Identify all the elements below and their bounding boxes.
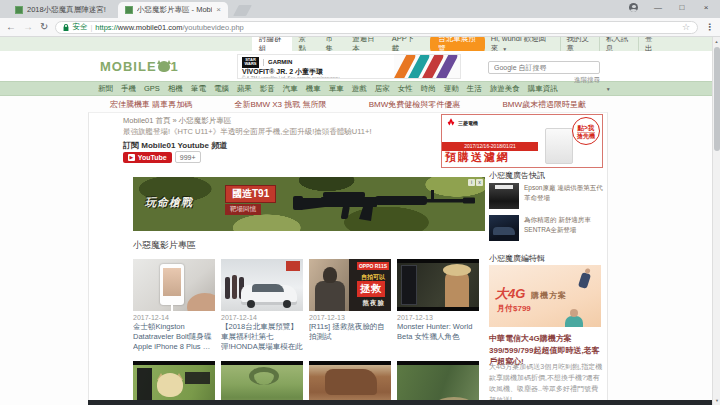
profile-icon[interactable] <box>629 3 638 12</box>
ad-close-icon[interactable]: x <box>476 179 483 186</box>
utility-link-japan[interactable]: 遊遍日本 <box>345 37 385 51</box>
bookmark-star-icon[interactable]: ☆ <box>682 22 690 32</box>
new-tab-button[interactable] <box>233 5 252 16</box>
nav-item-car-info[interactable]: 購車資訊 <box>528 84 558 94</box>
nav-item-pc[interactable]: 電腦 <box>214 84 229 94</box>
nav-item-home[interactable]: 居家 <box>375 84 390 94</box>
video-grid-row1: 2017-12-14 金士頓Kingston Datatraveler Bolt… <box>133 259 479 351</box>
chevron-down-icon[interactable]: ▼ <box>606 86 611 92</box>
nav-item-news[interactable]: 新聞 <box>98 84 113 94</box>
video-card[interactable] <box>309 361 391 405</box>
promo-headline-link[interactable]: 最強旗艦登場!《HTC U11+》半透明全面屏手機,全面升級!搶頭香體驗U11+… <box>123 127 437 137</box>
ad-price-text: 月付$799 <box>497 303 531 314</box>
video-card[interactable] <box>397 361 479 405</box>
scroll-up-icon[interactable]: ▲ <box>713 37 720 46</box>
tab-video-zone[interactable]: 小惡魔影片專區 - Mobi × <box>118 2 228 18</box>
nav-item-sport[interactable]: 運動 <box>444 84 459 94</box>
nav-item-car[interactable]: 汽車 <box>283 84 298 94</box>
text-ad-link[interactable]: 宏佳騰機車 購車再加碼 <box>110 99 192 110</box>
text-ad-link[interactable]: BMW免費健檢與零件優惠 <box>369 99 461 110</box>
video-thumbnail-forest[interactable] <box>221 361 303 405</box>
utility-link-market[interactable]: 市集 <box>318 37 345 51</box>
tab-title: 2018小惡魔真層陣迷宮! <box>27 5 111 15</box>
garmin-banner-ad[interactable]: STAR WARS GARMIN VÍVOFIT® JR. 2 小童手環 © &… <box>237 54 461 79</box>
video-title[interactable]: [R11s] 拯救熬夜臉的自拍測試 <box>309 322 391 342</box>
utility-link-forums[interactable]: 討論群組 <box>252 37 292 51</box>
nav-item-camera[interactable]: 相機 <box>168 84 183 94</box>
utility-link-spots[interactable]: 景點 <box>292 37 319 51</box>
nav-item-apple[interactable]: 蘋果 <box>237 84 252 94</box>
tab-maze-thread[interactable]: 2018小惡魔真層陣迷宮! <box>8 2 118 18</box>
video-card[interactable] <box>133 361 215 405</box>
special-feature-title: 小惡魔廣編特輯 <box>489 253 545 264</box>
car-image <box>489 215 519 241</box>
tab-close-icon[interactable]: × <box>216 6 221 14</box>
nav-item-fashion[interactable]: 時尚 <box>421 84 436 94</box>
text-ad-link[interactable]: 全新BMW X3 挑戰 無所限 <box>234 99 326 110</box>
promo-headline: 預購送濾網 <box>445 150 510 165</box>
video-title[interactable]: 【2018台北車展預覽】車展福利社第七彈!HONDA展場車模在此 <box>221 322 303 351</box>
page-viewport: 討論群組 景點 市集 遊遍日本 APP下載 台北車展預覽 Hi, wundi 歡… <box>0 37 720 405</box>
video-thumbnail-iphone[interactable] <box>133 259 215 311</box>
overlay-text: 熬夜臉 <box>363 299 386 308</box>
chrome-menu-icon[interactable]: ⋮ <box>705 22 714 32</box>
nav-item-av[interactable]: 影音 <box>260 84 275 94</box>
browser-titlebar: 2018小惡魔真層陣迷宮! 小惡魔影片專區 - Mobi × — □ × <box>0 0 720 18</box>
video-thumbnail-monster-hunter[interactable] <box>397 259 479 311</box>
video-thumbnail-palico-cat[interactable] <box>133 361 215 405</box>
youtube-subscribe-button[interactable]: ▶YouTube <box>123 152 172 163</box>
advanced-search-link[interactable]: 進階搜尋 <box>488 76 600 85</box>
nav-item-phone[interactable]: 手機 <box>121 84 136 94</box>
video-thumbnail-oppo-selfie[interactable]: OPPO R11S 自拍可以 拯救 熬夜臉 <box>309 259 391 311</box>
video-title[interactable]: 金士頓Kingston Datatraveler Bolt隨身碟Apple iP… <box>133 322 215 351</box>
video-card[interactable]: 2017-12-13 Monster Hunter: World Beta 女性… <box>397 259 479 351</box>
breadcrumb[interactable]: Mobile01 首頁 » 小惡魔影片專區 <box>123 116 231 126</box>
video-card[interactable]: OPPO R11S 自拍可以 拯救 熬夜臉 2017-12-13 [R11s] … <box>309 259 391 351</box>
video-thumbnail-honda[interactable] <box>221 259 303 311</box>
forward-icon[interactable]: → <box>23 22 33 32</box>
reload-icon[interactable]: ↻ <box>40 22 48 32</box>
tab-strip: 2018小惡魔真層陣迷宮! 小惡魔影片專區 - Mobi × <box>0 0 720 18</box>
video-card[interactable]: 2017-12-14 【2018台北車展預覽】車展福利社第七彈!HONDA展場車… <box>221 259 303 351</box>
jumping-man-image <box>578 272 591 289</box>
nav-item-game[interactable]: 遊戲 <box>352 84 367 94</box>
mobile01-logo[interactable]: MOBILE 1 <box>100 59 179 74</box>
rifle-image <box>291 183 477 225</box>
video-title[interactable]: Monster Hunter: World Beta 女性獵人角色 <box>397 322 479 342</box>
nav-item-bicycle[interactable]: 單車 <box>329 84 344 94</box>
video-card[interactable]: 2017-12-14 金士頓Kingston Datatraveler Bolt… <box>133 259 215 351</box>
cht-4g-ad-image[interactable]: 大4G 購機方案 月付$799 <box>489 265 601 327</box>
text-ad-link[interactable]: BMW歲末禮遇限時呈獻 <box>502 99 586 110</box>
nav-item-gps[interactable]: GPS <box>144 84 160 93</box>
mitsubishi-ad[interactable]: 三菱電機 2017/12/16-2018/01/21 預購送濾網 點>我 搶先機 <box>441 114 603 168</box>
ad-info-icon[interactable]: i <box>468 179 475 186</box>
nav-item-women[interactable]: 女性 <box>398 84 413 94</box>
maximize-button[interactable]: □ <box>670 0 694 15</box>
back-icon[interactable]: ← <box>6 22 16 32</box>
video-card[interactable] <box>221 361 303 405</box>
play-icon: ▶ <box>128 154 135 161</box>
ad-news-item-sentra[interactable]: 為你精選的 新舒適房車 SENTRA全新登場 <box>489 215 605 241</box>
scroll-down-icon[interactable]: ▼ <box>713 396 720 405</box>
woman-image <box>565 316 583 327</box>
section-title: 小惡魔影片專區 <box>133 239 196 252</box>
nav-item-laptop[interactable]: 筆電 <box>191 84 206 94</box>
nav-item-travel-food[interactable]: 旅遊美食 <box>490 84 520 94</box>
ad-news-item-epson[interactable]: Epson原廠 連續供墨第五代 革命登場 <box>489 183 605 209</box>
nav-item-life[interactable]: 生活 <box>467 84 482 94</box>
utility-link-app[interactable]: APP下載 <box>385 37 425 51</box>
nav-item-motorcycle[interactable]: 機車 <box>306 84 321 94</box>
close-button[interactable]: × <box>694 0 718 15</box>
overlay-brand-text: OPPO R11S <box>357 262 389 270</box>
address-bar[interactable]: 安全 | https://www.mobile01.com/youtubevid… <box>55 21 698 34</box>
search-input[interactable] <box>488 61 600 74</box>
garmin-logo: GARMIN <box>263 59 292 66</box>
minimize-button[interactable]: — <box>646 0 670 15</box>
video-grid-row2 <box>133 361 479 405</box>
video-thumbnail-canyon[interactable] <box>309 361 391 405</box>
subscribe-title: 訂閱 Mobile01 Youtube 頻道 <box>123 140 227 151</box>
scrollbar[interactable]: ▲ ▼ <box>712 37 720 405</box>
video-thumbnail-jungle[interactable] <box>397 361 479 405</box>
game-banner-ad[interactable]: 玩命槍戰 國造T91 靶場回憶 i x <box>133 177 485 231</box>
scrollbar-thumb[interactable] <box>714 47 720 151</box>
